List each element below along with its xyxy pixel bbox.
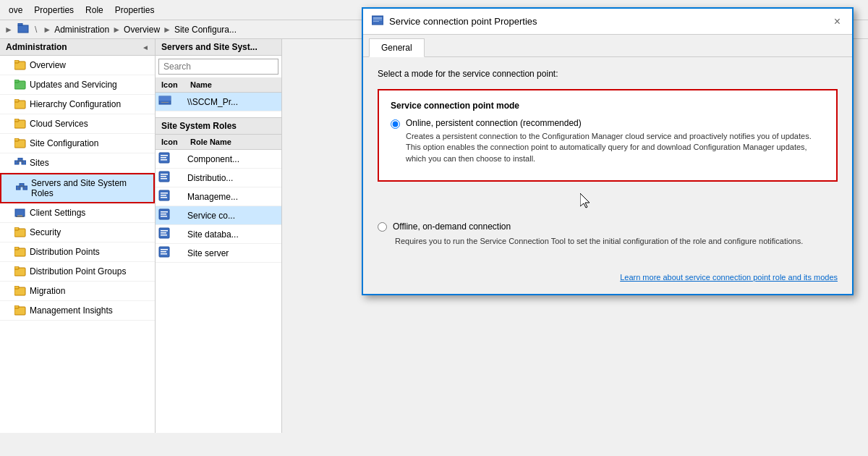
role-name-1: Distributio... bbox=[187, 173, 278, 183]
hierarchy-icon bbox=[14, 98, 26, 110]
svg-rect-57 bbox=[161, 235, 167, 236]
dialog-title-icon bbox=[372, 14, 383, 28]
sidebar-header: Administration ◄ bbox=[0, 39, 155, 56]
sidebar-item-dist-groups[interactable]: Distribution Point Groups bbox=[0, 262, 155, 282]
dist-groups-icon bbox=[14, 266, 26, 277]
online-radio-description: Creates a persistent connection to the C… bbox=[406, 131, 825, 164]
sidebar-item-label-hierarchy: Hierarchy Configuration bbox=[30, 99, 121, 109]
role-list-item[interactable]: Component... bbox=[156, 150, 281, 169]
sidebar-item-security[interactable]: Security bbox=[0, 223, 155, 242]
svg-rect-30 bbox=[14, 266, 19, 269]
sidebar-item-sites[interactable]: Sites bbox=[0, 153, 155, 173]
menu-ove[interactable]: ove bbox=[3, 2, 28, 18]
sidebar-collapse-btn[interactable]: ◄ bbox=[142, 43, 149, 51]
dialog-close-btn[interactable]: × bbox=[831, 16, 843, 28]
sidebar-item-hierarchy[interactable]: Hierarchy Configuration bbox=[0, 95, 155, 114]
nav-icon bbox=[17, 23, 29, 35]
role-list-item[interactable]: Site server bbox=[156, 244, 281, 263]
breadcrumb-administration[interactable]: Administration bbox=[54, 25, 109, 35]
offline-radio-label: Offline, on-demand connection bbox=[393, 221, 511, 232]
search-input[interactable] bbox=[158, 59, 278, 75]
sidebar-item-label-security: Security bbox=[30, 227, 61, 237]
svg-rect-41 bbox=[161, 159, 167, 161]
role-name-3: Service co... bbox=[187, 211, 278, 221]
svg-rect-45 bbox=[161, 178, 167, 180]
role-list-item[interactable]: Distributio... bbox=[156, 169, 281, 187]
role-name-0: Component... bbox=[187, 154, 278, 164]
cloud-icon bbox=[14, 118, 26, 130]
security-icon bbox=[14, 227, 26, 238]
svg-rect-64 bbox=[373, 20, 382, 20]
sidebar-item-label-servers: Servers and Site System Roles bbox=[31, 178, 148, 198]
sites-icon bbox=[14, 157, 26, 169]
svg-rect-0 bbox=[18, 25, 28, 33]
role-name-2: Manageme... bbox=[187, 192, 278, 202]
role-icon-5 bbox=[158, 246, 187, 260]
svg-rect-39 bbox=[161, 155, 168, 156]
role-list-item[interactable]: Service co... bbox=[156, 206, 281, 225]
sidebar-item-site-config[interactable]: Site Configuration bbox=[0, 134, 155, 153]
servers-list-header: Icon Name bbox=[156, 77, 281, 93]
sidebar-item-label-client: Client Settings bbox=[30, 208, 85, 218]
roles-panel-title: Site System Roles bbox=[161, 121, 237, 131]
svg-rect-48 bbox=[161, 195, 166, 196]
svg-rect-40 bbox=[161, 157, 166, 159]
main-window: ove Properties Role Properties ► \ ► Adm… bbox=[0, 0, 868, 456]
sidebar-item-label-dist-points: Distribution Points bbox=[30, 247, 100, 257]
menu-properties-2[interactable]: Properties bbox=[109, 2, 161, 18]
online-option[interactable]: Online, persistent connection (recommend… bbox=[391, 118, 825, 164]
roles-col-name: Role Name bbox=[187, 136, 278, 148]
breadcrumb-site-config[interactable]: Site Configura... bbox=[174, 25, 237, 35]
svg-rect-28 bbox=[14, 247, 19, 250]
learn-more-link[interactable]: Learn more about service connection poin… bbox=[620, 273, 838, 282]
breadcrumb-overview[interactable]: Overview bbox=[124, 25, 160, 35]
sidebar-item-client-settings[interactable]: Client Settings bbox=[0, 203, 155, 223]
sidebar-item-cloud[interactable]: Cloud Services bbox=[0, 114, 155, 134]
server-list-item[interactable]: \\SCCM_Pr... bbox=[156, 93, 281, 111]
server-row-name: \\SCCM_Pr... bbox=[187, 97, 278, 107]
mode-box-title: Service connection point mode bbox=[391, 101, 825, 111]
breadcrumb-separator-1: ► bbox=[43, 25, 51, 35]
menu-role[interactable]: Role bbox=[80, 2, 109, 18]
svg-rect-1 bbox=[18, 23, 22, 25]
sidebar-item-updates[interactable]: Updates and Servicing bbox=[0, 75, 155, 95]
offline-section: Offline, on-demand connection Requires y… bbox=[378, 214, 838, 254]
sidebar-item-label-mgmt-insights: Management Insights bbox=[30, 305, 113, 316]
roles-panel: Site System Roles Icon Role Name Compone… bbox=[156, 117, 281, 433]
nav-back-btn[interactable]: ► bbox=[4, 25, 13, 35]
sidebar-item-label-cloud: Cloud Services bbox=[30, 119, 88, 129]
cursor-icon bbox=[580, 193, 595, 209]
svg-rect-37 bbox=[161, 102, 169, 103]
role-icon-2 bbox=[158, 190, 187, 203]
sidebar-item-servers[interactable]: Servers and Site System Roles bbox=[0, 173, 155, 203]
sidebar-item-label-migration: Migration bbox=[30, 286, 65, 296]
role-icon-3 bbox=[158, 208, 187, 222]
migration-icon bbox=[14, 285, 26, 297]
dialog-window: Service connection point Properties × Ge… bbox=[362, 7, 854, 295]
role-list-item[interactable]: Site databa... bbox=[156, 225, 281, 244]
svg-rect-36 bbox=[159, 96, 171, 101]
sidebar-title: Administration bbox=[6, 42, 67, 52]
menu-properties-1[interactable]: Properties bbox=[28, 2, 80, 18]
role-list-item[interactable]: Manageme... bbox=[156, 187, 281, 206]
servers-col-name: Name bbox=[187, 79, 278, 90]
offline-option[interactable]: Offline, on-demand connection bbox=[378, 221, 838, 232]
sidebar-item-overview[interactable]: Overview bbox=[0, 56, 155, 75]
offline-radio-description: Requires you to run the Service Connecti… bbox=[395, 236, 838, 247]
svg-rect-5 bbox=[14, 80, 19, 83]
sidebar-item-mgmt-insights[interactable]: Management Insights bbox=[0, 301, 155, 321]
svg-rect-52 bbox=[161, 214, 166, 215]
role-icon-4 bbox=[158, 227, 187, 241]
offline-radio[interactable] bbox=[378, 222, 387, 232]
svg-rect-34 bbox=[14, 305, 19, 308]
sidebar-item-label-updates: Updates and Servicing bbox=[30, 80, 117, 90]
tab-general[interactable]: General bbox=[369, 38, 425, 57]
servers-panel-header: Servers and Site Syst... bbox=[156, 39, 281, 56]
cursor-area bbox=[378, 193, 838, 208]
svg-rect-60 bbox=[161, 251, 166, 253]
servers-icon bbox=[16, 182, 27, 194]
svg-rect-32 bbox=[14, 286, 19, 289]
sidebar-item-migration[interactable]: Migration bbox=[0, 282, 155, 301]
online-radio[interactable] bbox=[391, 119, 400, 129]
sidebar-item-distribution-points[interactable]: Distribution Points bbox=[0, 242, 155, 262]
